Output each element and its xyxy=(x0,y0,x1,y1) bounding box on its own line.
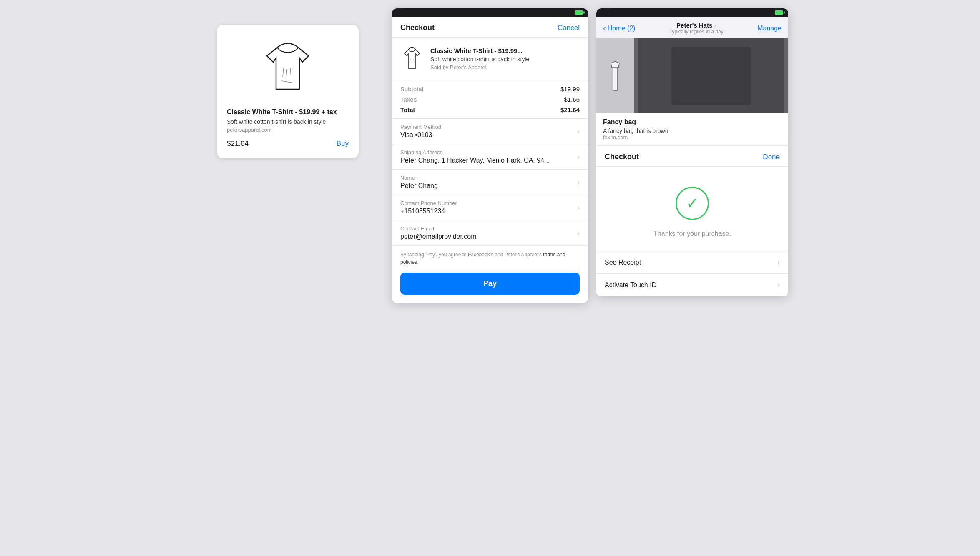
email-content: Contact Email peter@emailprovider.com xyxy=(400,225,577,240)
confirmation-title: Checkout xyxy=(605,153,639,161)
phone-row[interactable]: Contact Phone Number +15105551234 › xyxy=(392,195,588,220)
product-title: Classic White T-Shirt - $19.99 + tax xyxy=(227,108,349,116)
payment-method-content: Payment Method Visa •0103 xyxy=(400,124,577,139)
total-label: Total xyxy=(400,106,415,113)
confirmation-header: Checkout Done xyxy=(596,146,788,167)
nav-back[interactable]: ‹ Home (2) xyxy=(603,23,635,33)
product-gallery xyxy=(596,38,788,113)
checkout-panel: Checkout Cancel Classic White T-Shirt - … xyxy=(392,8,588,303)
success-area: ✓ Thanks for your purchase. xyxy=(596,167,788,251)
svg-rect-8 xyxy=(671,47,751,105)
product-card-panel: Classic White T-Shirt - $19.99 + tax Sof… xyxy=(192,8,384,175)
subtotal-row: Subtotal $19.99 xyxy=(400,85,580,93)
payment-chevron-icon: › xyxy=(577,127,580,136)
cancel-button[interactable]: Cancel xyxy=(558,24,580,32)
taxes-row: Taxes $1.65 xyxy=(400,96,580,103)
see-receipt-label: See Receipt xyxy=(605,259,641,266)
name-label: Name xyxy=(400,175,577,181)
activate-touch-id-chevron-icon: › xyxy=(777,281,780,289)
shipping-address-value: Peter Chang, 1 Hacker Way, Menlo Park, C… xyxy=(400,157,577,164)
manage-button[interactable]: Manage xyxy=(757,25,781,32)
name-row[interactable]: Name Peter Chang › xyxy=(392,170,588,195)
gallery-product-name: Fancy bag xyxy=(603,118,781,126)
status-bar xyxy=(392,8,588,17)
product-summary: Classic White T-Shirt - $19.99... Soft w… xyxy=(392,38,588,80)
name-value: Peter Chang xyxy=(400,182,577,190)
payment-method-row[interactable]: Payment Method Visa •0103 › xyxy=(392,119,588,144)
email-label: Contact Email xyxy=(400,225,577,232)
name-content: Name Peter Chang xyxy=(400,175,577,190)
phone-value: +15105551234 xyxy=(400,208,577,215)
shipping-address-content: Shipping Address Peter Chang, 1 Hacker W… xyxy=(400,149,577,164)
product-info: Classic White T-Shirt - $19.99... Soft w… xyxy=(430,47,580,70)
product-card: Classic White T-Shirt - $19.99 + tax Sof… xyxy=(217,25,359,158)
checkout-title: Checkout xyxy=(400,23,435,32)
tshirt-icon xyxy=(254,35,321,102)
product-seller: Sold by Peter's Apparel xyxy=(430,64,580,70)
order-summary: Subtotal $19.99 Taxes $1.65 Total $21.64 xyxy=(392,80,588,119)
total-row: Total $21.64 xyxy=(400,106,580,113)
messenger-nav: ‹ Home (2) Peter's Hats › Typically repl… xyxy=(596,17,788,38)
taxes-value: $1.65 xyxy=(564,96,580,103)
total-value: $21.64 xyxy=(560,106,580,113)
checkout-header: Checkout Cancel xyxy=(392,17,588,38)
see-receipt-item[interactable]: See Receipt › xyxy=(596,251,788,274)
messenger-top: ‹ Home (2) Peter's Hats › Typically repl… xyxy=(596,8,788,146)
buy-button[interactable]: Buy xyxy=(337,140,349,148)
action-list: See Receipt › Activate Touch ID › xyxy=(596,251,788,296)
checkout-confirmation: Checkout Done ✓ Thanks for your purchase… xyxy=(596,146,788,296)
checkmark-icon: ✓ xyxy=(686,195,699,212)
product-website: petersapparel.com xyxy=(227,127,349,133)
nav-center: Peter's Hats › Typically replies in a da… xyxy=(669,22,724,35)
confirmation-panel: ‹ Home (2) Peter's Hats › Typically repl… xyxy=(596,8,788,296)
product-image-area xyxy=(227,35,349,102)
product-desc: Soft white cotton t-shirt is back in sty… xyxy=(430,56,580,63)
phone-content: Contact Phone Number +15105551234 xyxy=(400,200,577,215)
subtotal-label: Subtotal xyxy=(400,85,423,93)
name-chevron-icon: › xyxy=(577,178,580,187)
back-chevron-icon: ‹ xyxy=(603,23,606,33)
gallery-product-desc: A fancy bag that is brown xyxy=(603,128,781,134)
gallery-main-image xyxy=(634,38,788,113)
see-receipt-chevron-icon: › xyxy=(777,258,780,267)
product-name: Classic White T-Shirt - $19.99... xyxy=(430,47,580,54)
email-chevron-icon: › xyxy=(577,229,580,238)
payment-method-label: Payment Method xyxy=(400,124,577,130)
legal-text-before: By tapping 'Pay', you agree to Facebook'… xyxy=(400,252,543,258)
store-sub: Typically replies in a day xyxy=(669,29,724,35)
product-price: $21.64 xyxy=(227,140,249,148)
legal-text-after: . xyxy=(417,259,418,265)
pay-button[interactable]: Pay xyxy=(400,273,580,295)
email-row[interactable]: Contact Email peter@emailprovider.com › xyxy=(392,220,588,246)
product-thumbnail xyxy=(400,44,424,73)
activate-touch-id-label: Activate Touch ID xyxy=(605,281,656,289)
payment-method-value: Visa •0103 xyxy=(400,131,577,139)
success-circle: ✓ xyxy=(676,187,709,220)
taxes-label: Taxes xyxy=(400,96,417,103)
store-name: Peter's Hats › xyxy=(669,22,724,29)
product-footer: $21.64 Buy xyxy=(227,140,349,148)
status-bar-2 xyxy=(596,8,788,17)
activate-touch-id-item[interactable]: Activate Touch ID › xyxy=(596,274,788,296)
product-description: Soft white cotton t-shirt is back in sty… xyxy=(227,118,349,125)
legal-text: By tapping 'Pay', you agree to Facebook'… xyxy=(392,246,588,273)
done-button[interactable]: Done xyxy=(763,153,780,161)
product-gallery-info: Fancy bag A fancy bag that is brown faxi… xyxy=(596,113,788,146)
gallery-product-site: faxim.com xyxy=(603,134,781,140)
shipping-address-label: Shipping Address xyxy=(400,149,577,155)
subtotal-value: $19.99 xyxy=(560,85,580,93)
phone-label: Contact Phone Number xyxy=(400,200,577,206)
thanks-text: Thanks for your purchase. xyxy=(653,230,731,238)
battery-icon xyxy=(575,10,583,15)
email-value: peter@emailprovider.com xyxy=(400,233,577,240)
gallery-small-image xyxy=(596,38,634,113)
phone-chevron-icon: › xyxy=(577,203,580,212)
shipping-address-row[interactable]: Shipping Address Peter Chang, 1 Hacker W… xyxy=(392,144,588,170)
nav-back-label: Home (2) xyxy=(608,25,636,32)
shipping-chevron-icon: › xyxy=(577,153,580,161)
battery-icon-2 xyxy=(775,10,783,15)
